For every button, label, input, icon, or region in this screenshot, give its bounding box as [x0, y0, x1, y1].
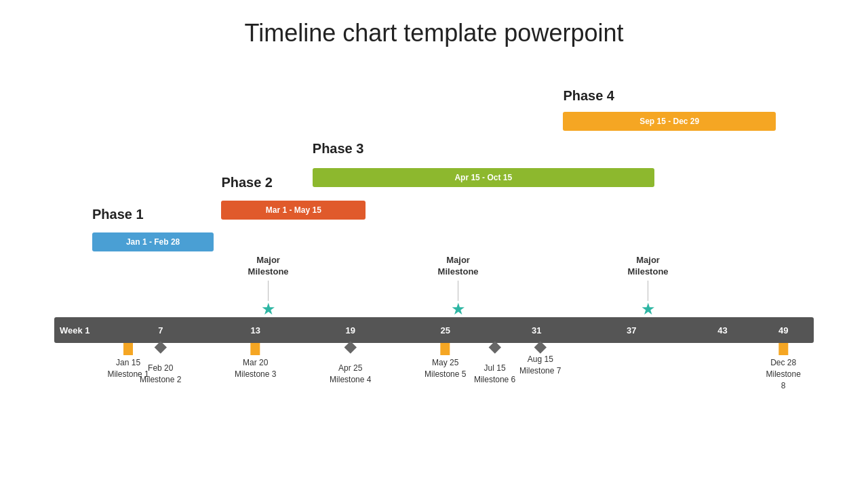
v-line-milestone-2: [458, 281, 458, 301]
major-milestone-2-label: MajorMilestone: [438, 255, 479, 278]
milestone-6: Jul 15Milestone 6: [474, 343, 515, 386]
milestone-5-label: May 25Milestone 5: [425, 357, 466, 380]
phase4-bar: Sep 15 - Dec 29: [563, 112, 776, 131]
phase4-label: Phase 4: [563, 88, 614, 104]
diamond-icon-4: [344, 341, 357, 353]
page-title: Timeline chart template powerpoint: [0, 0, 868, 54]
week-43-label: 43: [717, 325, 727, 336]
v-line-milestone-1: [268, 281, 269, 301]
week-1-label: Week 1: [60, 325, 90, 336]
milestone-4: Apr 25Milestone 4: [330, 343, 371, 386]
star-icon-3: ★: [641, 301, 656, 317]
phase3-label: Phase 3: [313, 141, 364, 157]
phase1-bar: Jan 1 - Feb 28: [92, 232, 214, 251]
major-milestone-1-label: MajorMilestone: [248, 255, 289, 278]
week-7-label: 7: [158, 325, 163, 336]
timeline-bar: Week 1 7 13 19 25 31 37 43 49: [54, 317, 814, 343]
diamond-icon-7: [534, 341, 547, 353]
major-milestone-3-label: MajorMilestone: [628, 255, 669, 278]
milestone-3-label: Mar 20Milestone 3: [235, 357, 276, 380]
square-icon-8: [778, 343, 788, 355]
milestone-6-label: Jul 15Milestone 6: [474, 363, 515, 386]
week-19-label: 19: [346, 325, 355, 336]
phase3-bar: Apr 15 - Oct 15: [313, 168, 654, 187]
major-milestone-2: MajorMilestone ★: [438, 255, 479, 317]
phase2-bar: Mar 1 - May 15: [221, 201, 366, 220]
phase2-label: Phase 2: [221, 175, 273, 190]
week-37-label: 37: [627, 325, 636, 336]
week-13-label: 13: [251, 325, 260, 336]
chart-area: Phase 4 Sep 15 - Dec 29 Phase 3 Apr 15 -…: [54, 68, 814, 474]
square-icon-3: [251, 343, 260, 355]
diamond-icon-2: [155, 341, 167, 353]
milestone-2: Feb 20Milestone 2: [140, 343, 181, 386]
milestone-8-label: Dec 28Milestone 8: [766, 357, 801, 391]
week-25-label: 25: [441, 325, 450, 336]
star-icon-2: ★: [451, 301, 466, 317]
milestone-8: Dec 28Milestone 8: [766, 343, 801, 391]
diamond-icon-6: [488, 341, 500, 353]
major-milestone-3: MajorMilestone ★: [628, 255, 669, 317]
square-icon-5: [441, 343, 450, 355]
milestone-7: Aug 15Milestone 7: [519, 343, 561, 377]
v-line-milestone-3: [648, 281, 648, 301]
phase1-label: Phase 1: [92, 207, 144, 222]
star-icon-1: ★: [261, 301, 276, 317]
milestone-5: May 25Milestone 5: [425, 343, 466, 380]
milestone-3: Mar 20Milestone 3: [235, 343, 276, 380]
milestone-2-label: Feb 20Milestone 2: [140, 363, 181, 386]
page: Timeline chart template powerpoint Phase…: [0, 0, 868, 488]
week-49-label: 49: [778, 325, 788, 336]
major-milestone-1: MajorMilestone ★: [248, 255, 289, 317]
milestone-4-label: Apr 25Milestone 4: [330, 363, 371, 386]
milestone-7-label: Aug 15Milestone 7: [519, 354, 561, 377]
square-icon-1: [123, 343, 133, 355]
week-31-label: 31: [532, 325, 541, 336]
